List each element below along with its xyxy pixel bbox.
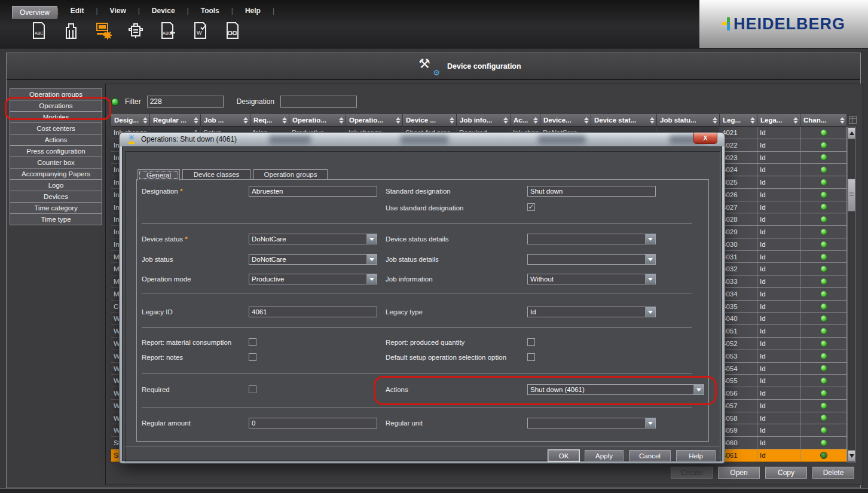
tab-device-classes[interactable]: Device classes bbox=[182, 169, 250, 180]
sort-icon[interactable] bbox=[750, 117, 755, 124]
device-status-details-select[interactable] bbox=[527, 234, 656, 244]
sort-icon[interactable] bbox=[793, 117, 798, 124]
menu-tools[interactable]: Tools bbox=[197, 6, 223, 16]
use-standard-designation-label: Use standard designation bbox=[386, 204, 463, 212]
operation-mode-select[interactable]: Productive bbox=[249, 274, 377, 284]
column-header[interactable]: Operatio... bbox=[346, 114, 403, 127]
press-machine-icon[interactable] bbox=[127, 20, 145, 41]
sort-icon[interactable] bbox=[142, 117, 148, 124]
sort-icon[interactable] bbox=[712, 117, 717, 124]
apply-button[interactable]: Apply bbox=[585, 450, 624, 461]
column-header[interactable]: Desig... bbox=[111, 114, 150, 127]
sort-icon[interactable] bbox=[649, 117, 655, 124]
sidebar-item-actions[interactable]: Actions bbox=[10, 134, 102, 146]
designation-filter-input[interactable] bbox=[280, 96, 357, 108]
required-checkbox[interactable] bbox=[249, 385, 256, 393]
table-header: Desig...Regular ...Job ...Req...Operatio… bbox=[111, 114, 847, 127]
create-button[interactable]: Create bbox=[671, 467, 713, 479]
copy-button[interactable]: Copy bbox=[765, 467, 807, 479]
required-label: Required bbox=[142, 386, 170, 393]
sidebar-item-operations[interactable]: Operations bbox=[10, 100, 102, 112]
open-button[interactable]: Open bbox=[718, 467, 760, 479]
green-dot-icon bbox=[821, 278, 827, 284]
column-header[interactable]: Regular ... bbox=[150, 114, 201, 127]
menu-help[interactable]: Help bbox=[242, 6, 264, 16]
sidebar-item-cost-centers[interactable]: Cost centers bbox=[10, 123, 102, 134]
column-header[interactable]: Operatio... bbox=[289, 114, 346, 127]
menu-device[interactable]: Device bbox=[148, 6, 179, 16]
sidebar-item-time-type[interactable]: Time type bbox=[10, 213, 102, 225]
column-header[interactable]: Device ... bbox=[403, 114, 457, 127]
column-header[interactable]: Job ... bbox=[201, 114, 250, 127]
report-notes-checkbox[interactable] bbox=[249, 353, 256, 361]
sort-icon[interactable] bbox=[243, 117, 248, 124]
vertical-scrollbar[interactable] bbox=[847, 127, 856, 463]
sidebar-item-press-configuration[interactable]: Press configuration bbox=[10, 145, 102, 157]
job-status-details-select[interactable] bbox=[527, 254, 656, 265]
column-header[interactable]: Device... bbox=[540, 114, 591, 127]
sort-icon[interactable] bbox=[338, 117, 344, 124]
scrollbar-thumb[interactable] bbox=[848, 179, 855, 212]
tab-operation-groups[interactable]: Operation groups bbox=[253, 169, 328, 180]
sort-icon[interactable] bbox=[193, 117, 198, 124]
menu-view[interactable]: View bbox=[106, 6, 130, 16]
sort-icon[interactable] bbox=[839, 117, 845, 124]
column-header[interactable]: Chan... bbox=[800, 114, 847, 127]
sidebar-item-modules[interactable]: Modules bbox=[10, 111, 102, 123]
column-header[interactable]: Ac... bbox=[511, 114, 540, 127]
table-settings-icon[interactable] bbox=[849, 116, 857, 124]
sort-icon[interactable] bbox=[583, 117, 589, 124]
document-abc-arrow-icon[interactable]: ABC bbox=[159, 20, 177, 41]
chart-icon[interactable] bbox=[62, 20, 80, 41]
column-header[interactable]: Lega... bbox=[757, 114, 800, 127]
tab-general[interactable]: General bbox=[137, 169, 180, 180]
scroll-up-button[interactable] bbox=[848, 127, 855, 139]
green-dot-icon bbox=[821, 254, 827, 260]
default-setup-checkbox[interactable] bbox=[527, 353, 535, 361]
column-header[interactable]: Job info... bbox=[457, 114, 511, 127]
standard-designation-input[interactable]: Shut down bbox=[527, 186, 656, 197]
delete-button[interactable]: Delete bbox=[812, 467, 854, 479]
column-header[interactable]: Device stat... bbox=[591, 114, 657, 127]
menu-edit[interactable]: Edit bbox=[67, 6, 88, 16]
operation-mode-label: Operation mode bbox=[142, 275, 191, 283]
regular-amount-input[interactable]: 0 bbox=[249, 418, 377, 428]
sidebar-item-operation-groups[interactable]: Operation groups bbox=[10, 88, 102, 100]
sidebar-item-counter-box[interactable]: Counter box bbox=[10, 157, 102, 169]
sidebar-item-accompanying-papers[interactable]: Accompanying Papers bbox=[10, 168, 102, 180]
legacy-id-input[interactable]: 4061 bbox=[249, 307, 377, 317]
designation-filter-label: Designation bbox=[237, 97, 274, 106]
column-header[interactable]: Req... bbox=[250, 114, 289, 127]
ok-button[interactable]: OK bbox=[548, 450, 579, 461]
overview-button[interactable]: Overview bbox=[12, 6, 57, 19]
filter-input[interactable]: 228 bbox=[147, 96, 224, 108]
scroll-down-button[interactable] bbox=[848, 450, 855, 462]
report-quantity-checkbox[interactable] bbox=[527, 338, 535, 346]
sort-icon[interactable] bbox=[533, 117, 538, 124]
sidebar-item-devices[interactable]: Devices bbox=[10, 191, 102, 203]
sidebar-item-logo[interactable]: Logo bbox=[10, 179, 102, 191]
job-status-select[interactable]: DoNotCare bbox=[249, 254, 377, 265]
sort-icon[interactable] bbox=[282, 117, 287, 124]
designation-input[interactable]: Abruesten bbox=[249, 186, 377, 197]
close-icon[interactable]: X bbox=[693, 133, 717, 144]
job-information-select[interactable]: Without bbox=[527, 274, 656, 284]
help-button[interactable]: Help bbox=[676, 450, 716, 461]
sort-icon[interactable] bbox=[503, 117, 508, 124]
column-header[interactable]: Job statu... bbox=[657, 114, 720, 127]
column-header[interactable]: Leg... bbox=[720, 114, 757, 127]
document-w-check-icon[interactable]: W bbox=[191, 20, 209, 41]
actions-select[interactable]: Shut down (4061) bbox=[527, 384, 704, 395]
sort-icon[interactable] bbox=[395, 117, 401, 124]
sidebar-item-time-category[interactable]: Time category bbox=[10, 202, 102, 214]
report-material-checkbox[interactable] bbox=[249, 338, 256, 346]
device-configuration-icon[interactable] bbox=[94, 20, 112, 41]
sort-icon[interactable] bbox=[449, 117, 454, 124]
legacy-type-select[interactable]: Id bbox=[527, 307, 656, 317]
device-status-select[interactable]: DoNotCare bbox=[249, 234, 377, 244]
document-link-icon[interactable] bbox=[224, 20, 242, 41]
use-standard-designation-checkbox[interactable]: ✓ bbox=[527, 203, 535, 211]
report-document-icon[interactable]: ABC bbox=[30, 20, 48, 41]
regular-unit-select[interactable] bbox=[527, 418, 656, 428]
cancel-button[interactable]: Cancel bbox=[629, 450, 671, 461]
